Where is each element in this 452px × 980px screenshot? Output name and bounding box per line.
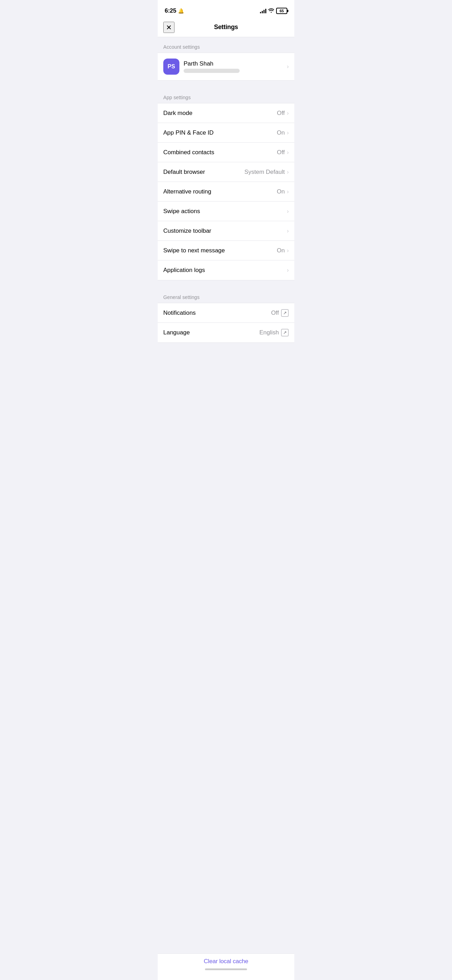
swipe-next-value: On — [277, 247, 285, 254]
status-time: 6:25 — [165, 7, 176, 14]
bell-icon: 🔔 — [178, 8, 184, 14]
app-pin-value: On — [277, 129, 285, 136]
chevron-icon: › — [287, 228, 289, 234]
chevron-icon: › — [287, 247, 289, 254]
app-logs-label: Application logs — [163, 267, 205, 274]
account-name: Parth Shah — [184, 60, 240, 67]
status-icons: 65 — [260, 8, 287, 14]
language-label: Language — [163, 329, 190, 336]
account-settings-header: Account settings — [158, 37, 294, 52]
swipe-actions-label: Swipe actions — [163, 208, 200, 215]
settings-content: Account settings PS Parth Shah › App set… — [158, 37, 294, 371]
alternative-routing-row[interactable]: Alternative routing On › — [158, 182, 294, 202]
section-spacer-1 — [158, 81, 294, 88]
account-settings-group: PS Parth Shah › — [158, 52, 294, 81]
chevron-icon: › — [287, 169, 289, 175]
account-email-blur — [184, 69, 240, 73]
app-settings-header: App settings — [158, 88, 294, 103]
page-title: Settings — [214, 24, 238, 31]
wifi-icon — [268, 8, 274, 14]
default-browser-label: Default browser — [163, 169, 205, 176]
chevron-icon: › — [287, 110, 289, 116]
chevron-icon: › — [287, 208, 289, 215]
notifications-value: Off — [271, 310, 279, 317]
chevron-icon: › — [287, 130, 289, 136]
dark-mode-label: Dark mode — [163, 110, 193, 117]
avatar: PS — [163, 59, 180, 75]
chevron-icon: › — [287, 189, 289, 195]
alternative-routing-label: Alternative routing — [163, 188, 211, 195]
battery-icon: 65 — [276, 8, 287, 14]
signal-icon — [260, 8, 266, 13]
notifications-row[interactable]: Notifications Off — [158, 303, 294, 323]
default-browser-value: System Default — [244, 169, 285, 176]
app-settings-group: Dark mode Off › App PIN & Face ID On › C… — [158, 103, 294, 280]
app-logs-row[interactable]: Application logs › — [158, 261, 294, 280]
external-link-icon — [281, 329, 289, 336]
account-row[interactable]: PS Parth Shah › — [158, 53, 294, 80]
app-pin-row[interactable]: App PIN & Face ID On › — [158, 123, 294, 143]
alternative-routing-value: On — [277, 188, 285, 195]
swipe-actions-row[interactable]: Swipe actions › — [158, 202, 294, 221]
status-bar: 6:25 🔔 65 — [158, 0, 294, 18]
notifications-label: Notifications — [163, 310, 196, 317]
swipe-next-label: Swipe to next message — [163, 247, 225, 254]
combined-contacts-value: Off — [277, 149, 285, 156]
customize-toolbar-row[interactable]: Customize toolbar › — [158, 221, 294, 241]
combined-contacts-row[interactable]: Combined contacts Off › — [158, 143, 294, 162]
default-browser-row[interactable]: Default browser System Default › — [158, 162, 294, 182]
combined-contacts-label: Combined contacts — [163, 149, 215, 156]
app-pin-label: App PIN & Face ID — [163, 129, 214, 136]
chevron-icon: › — [287, 267, 289, 274]
customize-toolbar-label: Customize toolbar — [163, 228, 211, 234]
dark-mode-value: Off — [277, 110, 285, 117]
dark-mode-row[interactable]: Dark mode Off › — [158, 103, 294, 123]
swipe-next-row[interactable]: Swipe to next message On › — [158, 241, 294, 261]
external-link-icon — [281, 309, 289, 317]
language-row[interactable]: Language English — [158, 323, 294, 342]
close-button[interactable] — [163, 22, 175, 33]
section-spacer-2 — [158, 280, 294, 287]
chevron-icon: › — [287, 64, 289, 70]
general-settings-group: Notifications Off Language English — [158, 303, 294, 343]
language-value: English — [259, 329, 279, 336]
navigation-bar: Settings — [158, 18, 294, 37]
chevron-icon: › — [287, 149, 289, 156]
general-settings-header: General settings — [158, 287, 294, 303]
